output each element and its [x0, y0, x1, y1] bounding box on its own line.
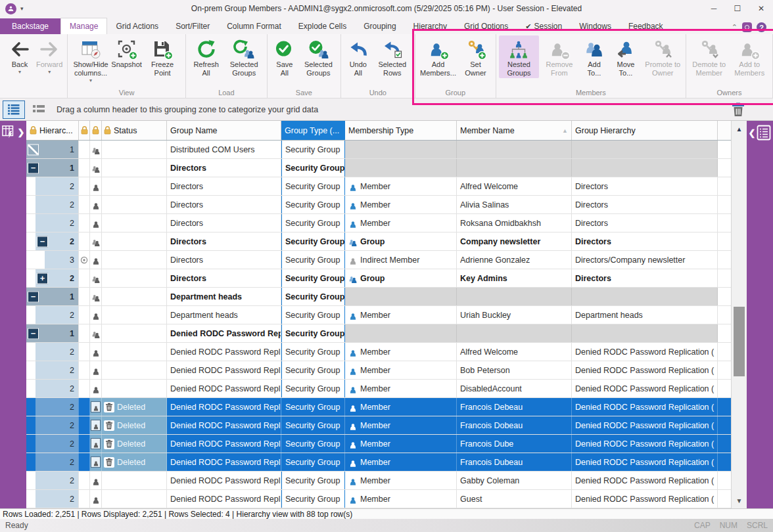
help-icon[interactable]: ?: [757, 22, 766, 32]
membership-type-cell[interactable]: Member: [345, 306, 457, 324]
group-name-cell[interactable]: Directors: [167, 251, 281, 269]
group-name-cell[interactable]: Directors: [167, 159, 281, 177]
column-header-member-name[interactable]: Member Name▲: [457, 121, 572, 140]
hierarchy-cell[interactable]: 2: [26, 196, 79, 213]
selected-rows-button[interactable]: Selected Rows: [373, 35, 412, 78]
hierarchy-cell[interactable]: −1: [26, 324, 79, 342]
membership-type-cell[interactable]: Member: [345, 214, 457, 232]
hierarchy-cell[interactable]: 2: [26, 177, 79, 195]
member-name-cell[interactable]: Guest: [457, 490, 572, 508]
tab-backstage[interactable]: Backstage: [0, 18, 60, 34]
tab-session[interactable]: ✔Session: [517, 18, 571, 34]
hierarchy-cell[interactable]: +2: [26, 269, 79, 287]
table-row[interactable]: −1Denied RODC Password RepSecurity Group: [26, 324, 731, 343]
membership-type-cell[interactable]: Member: [345, 196, 457, 213]
group-type-cell[interactable]: Security Group: [281, 435, 345, 453]
tab-windows[interactable]: Windows: [571, 18, 620, 34]
tab-manage[interactable]: Manage: [60, 18, 107, 34]
close-button[interactable]: ✕: [749, 0, 773, 17]
column-header-group-name[interactable]: Group Name: [167, 121, 281, 140]
member-name-cell[interactable]: Gabby Coleman: [457, 472, 572, 489]
group-type-cell[interactable]: Security Group: [281, 343, 345, 361]
group-name-cell[interactable]: Denied RODC Password Repl: [167, 398, 281, 416]
member-name-cell[interactable]: Uriah Buckley: [457, 306, 572, 324]
group-hierarchy-cell[interactable]: Directors/Company newsletter: [572, 251, 718, 269]
group-name-cell[interactable]: Denied RODC Password Repl: [167, 490, 281, 508]
hierarchy-cell[interactable]: 2: [26, 361, 79, 379]
group-type-cell[interactable]: Security Group: [281, 269, 345, 287]
tab-sort-filter[interactable]: Sort/Filter: [167, 18, 218, 34]
hierarchy-cell[interactable]: −1: [26, 288, 79, 305]
membership-type-cell[interactable]: [345, 141, 457, 158]
membership-type-cell[interactable]: Member: [345, 398, 457, 416]
tab-explode-cells[interactable]: Explode Cells: [290, 18, 355, 34]
group-hierarchy-cell[interactable]: Directors: [572, 214, 718, 232]
column-header-status[interactable]: Status: [102, 121, 167, 140]
flat-view-toggle[interactable]: [28, 100, 50, 119]
group-type-cell[interactable]: Security Group: [281, 472, 345, 489]
group-name-cell[interactable]: Denied RODC Password Repl: [167, 435, 281, 453]
column-header-group-type[interactable]: Group Type (...: [281, 121, 345, 140]
group-hierarchy-cell[interactable]: Directors: [572, 269, 718, 287]
group-type-cell[interactable]: Security Group: [281, 141, 345, 158]
group-type-cell[interactable]: Security Group: [281, 214, 345, 232]
group-type-cell[interactable]: Security Group: [281, 380, 345, 397]
membership-type-cell[interactable]: [345, 324, 457, 342]
hierarchy-cell[interactable]: 2: [26, 416, 79, 434]
member-name-cell[interactable]: [457, 288, 572, 305]
hierarchy-view-toggle[interactable]: [3, 100, 25, 119]
group-type-cell[interactable]: Security Group: [281, 159, 345, 177]
group-hierarchy-cell[interactable]: Denied RODC Password Replication (: [572, 398, 718, 416]
group-name-cell[interactable]: Directors: [167, 177, 281, 195]
table-row[interactable]: 3DirectorsSecurity GroupIndirect MemberA…: [26, 251, 731, 269]
group-type-cell[interactable]: Security Group: [281, 306, 345, 324]
tab-column-format[interactable]: Column Format: [218, 18, 290, 34]
hierarchy-cell[interactable]: /1: [26, 141, 79, 158]
group-hierarchy-cell[interactable]: Directors: [572, 177, 718, 195]
table-row[interactable]: −2DirectorsSecurity GroupGroupCompany ne…: [26, 233, 731, 251]
member-name-cell[interactable]: Francois Dubeau: [457, 453, 572, 471]
freeze-point-button[interactable]: Freeze Point: [142, 35, 182, 78]
group-name-cell[interactable]: Distributed COM Users: [167, 141, 281, 158]
group-hierarchy-cell[interactable]: Denied RODC Password Replication (: [572, 343, 718, 361]
add-to-button[interactable]: Add To...: [580, 35, 609, 78]
collapse-icon[interactable]: −: [37, 236, 48, 247]
hierarchy-cell[interactable]: 2: [26, 490, 79, 508]
set-owner-button[interactable]: Set Owner: [458, 35, 492, 78]
undo-all-button[interactable]: Undo All: [344, 35, 373, 78]
group-type-cell[interactable]: Security Group: [281, 324, 345, 342]
session-status-icon[interactable]: [742, 22, 752, 32]
expand-icon[interactable]: +: [37, 273, 48, 284]
table-row[interactable]: 2DeletedDenied RODC Password ReplSecurit…: [26, 453, 731, 472]
hierarchy-cell[interactable]: 2: [26, 398, 79, 416]
hierarchy-cell[interactable]: 2: [26, 214, 79, 232]
membership-type-cell[interactable]: Member: [345, 380, 457, 397]
snapshot-button[interactable]: Snapshot: [111, 35, 143, 70]
trash-icon[interactable]: [731, 102, 745, 120]
table-row[interactable]: +2DirectorsSecurity GroupGroupKey Admins…: [26, 269, 731, 288]
table-row[interactable]: 2DirectorsSecurity GroupMemberAlivia Sal…: [26, 196, 731, 214]
table-row[interactable]: 2Denied RODC Password ReplSecurity Group…: [26, 361, 731, 380]
scroll-up-icon[interactable]: ▲: [732, 121, 747, 137]
hierarchy-cell[interactable]: 2: [26, 472, 79, 489]
scroll-down-icon[interactable]: ▼: [732, 493, 747, 508]
table-row[interactable]: 2DeletedDenied RODC Password ReplSecurit…: [26, 398, 731, 416]
table-row[interactable]: −1Department headsSecurity Group: [26, 288, 731, 306]
selected-groups-button[interactable]: Selected Groups: [223, 35, 264, 78]
minimize-button[interactable]: ─: [702, 0, 726, 17]
group-type-cell[interactable]: Security Group: [281, 233, 345, 250]
move-to-button[interactable]: Move To...: [609, 35, 642, 78]
member-name-cell[interactable]: Key Admins: [457, 269, 572, 287]
hierarchy-cell[interactable]: −2: [26, 233, 79, 250]
member-name-cell[interactable]: Francois Dube: [457, 435, 572, 453]
member-name-cell[interactable]: Bob Peterson: [457, 361, 572, 379]
tab-grouping[interactable]: Grouping: [355, 18, 404, 34]
member-name-cell[interactable]: Alivia Salinas: [457, 196, 572, 213]
partial-select-icon[interactable]: /: [28, 144, 39, 155]
member-name-cell[interactable]: Adrienne Gonzalez: [457, 251, 572, 269]
hierarchy-cell[interactable]: 2: [26, 380, 79, 397]
table-row[interactable]: 2DirectorsSecurity GroupMemberRoksana Om…: [26, 214, 731, 233]
group-name-cell[interactable]: Denied RODC Password Repl: [167, 380, 281, 397]
collapse-icon[interactable]: −: [28, 162, 39, 173]
group-hierarchy-cell[interactable]: Denied RODC Password Replication (: [572, 435, 718, 453]
